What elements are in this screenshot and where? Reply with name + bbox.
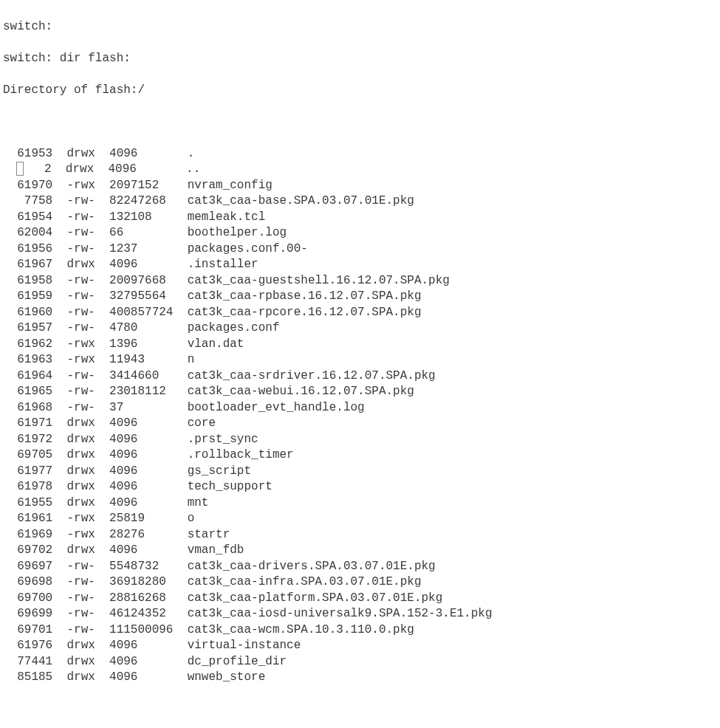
dir-row: 69697 -rw- 5548732 cat3k_caa-drivers.SPA… (3, 559, 720, 575)
dir-row: 69705 drwx 4096 .rollback_timer (3, 447, 720, 464)
dir-row: 61953 drwx 4096 . (3, 146, 720, 162)
cursor-icon (16, 162, 24, 176)
dir-row: 61958 -rw- 20097668 cat3k_caa-guestshell… (3, 273, 720, 289)
dir-row: 61962 -rwx 1396 vlan.dat (3, 337, 720, 353)
dir-row: 85185 drwx 4096 wnweb_store (3, 670, 720, 686)
dir-row: 61967 drwx 4096 .installer (3, 257, 720, 273)
dir-row: 69698 -rw- 36918280 cat3k_caa-infra.SPA.… (3, 574, 720, 591)
dir-row: 61961 -rwx 25819 o (3, 511, 720, 527)
dir-row: 77441 drwx 4096 dc_profile_dir (3, 654, 720, 670)
dir-row: 61978 drwx 4096 tech_support (3, 479, 720, 495)
dir-listing: 61953 drwx 4096 . 2 drwx 4096 .. 61970 -… (3, 146, 720, 686)
dir-row: 61970 -rwx 2097152 nvram_config (3, 178, 720, 194)
dir-row: 61972 drwx 4096 .prst_sync (3, 432, 720, 448)
prompt-line: switch: dir flash: (3, 51, 720, 67)
blank-line (3, 701, 720, 718)
terminal-output: switch: switch: dir flash: Directory of … (0, 0, 720, 728)
blank-line (3, 114, 720, 131)
dir-row: 69700 -rw- 28816268 cat3k_caa-platform.S… (3, 591, 720, 607)
dir-row: 61977 drwx 4096 gs_script (3, 464, 720, 480)
dir-row: 69699 -rw- 46124352 cat3k_caa-iosd-unive… (3, 606, 720, 622)
dir-row: 61968 -rw- 37 bootloader_evt_handle.log (3, 400, 720, 416)
dir-row: 61964 -rw- 3414660 cat3k_caa-srdriver.16… (3, 368, 720, 385)
dir-row: 61965 -rw- 23018112 cat3k_caa-webui.16.1… (3, 384, 720, 400)
dir-row: 61957 -rw- 4780 packages.conf (3, 320, 720, 337)
dir-row: 61969 -rwx 28276 startr (3, 527, 720, 543)
dir-row: 61954 -rw- 132108 memleak.tcl (3, 210, 720, 226)
dir-header: Directory of flash:/ (3, 83, 720, 99)
dir-row: 61955 drwx 4096 mnt (3, 495, 720, 512)
prompt-line: switch: (3, 19, 720, 35)
dir-row: 61956 -rw- 1237 packages.conf.00- (3, 241, 720, 258)
dir-row: 2 drwx 4096 .. (3, 162, 720, 178)
dir-row: 62004 -rw- 66 boothelper.log (3, 225, 720, 241)
dir-row: 69702 drwx 4096 vman_fdb (3, 543, 720, 559)
dir-row: 61959 -rw- 32795564 cat3k_caa-rpbase.16.… (3, 289, 720, 305)
dir-row: 7758 -rw- 82247268 cat3k_caa-base.SPA.03… (3, 193, 720, 210)
dir-row: 69701 -rw- 111500096 cat3k_caa-wcm.SPA.1… (3, 622, 720, 639)
dir-row: 61971 drwx 4096 core (3, 416, 720, 432)
dir-row: 61976 drwx 4096 virtual-instance (3, 638, 720, 654)
dir-row: 61960 -rw- 400857724 cat3k_caa-rpcore.16… (3, 305, 720, 321)
dir-row: 61963 -rwx 11943 n (3, 352, 720, 368)
